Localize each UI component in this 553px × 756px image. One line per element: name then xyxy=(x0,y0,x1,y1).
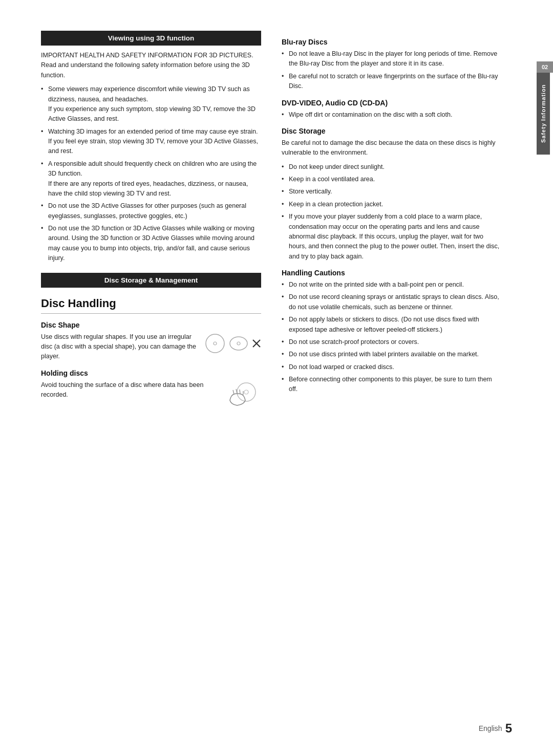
handling-cautions-bullets: Do not write on the printed side with a … xyxy=(282,280,502,395)
disc-storage-section: Disc Storage Be careful not to damage th… xyxy=(282,127,502,262)
bluray-bullets: Do not leave a Blu-ray Disc in the playe… xyxy=(282,49,502,92)
disc-handling-title: Disc Handling xyxy=(41,297,261,314)
dvd-bullet-1: Wipe off dirt or contamination on the di… xyxy=(282,110,502,120)
handling-cautions-title: Handling Cautions xyxy=(282,269,502,277)
svg-point-2 xyxy=(230,337,247,350)
hand-holding-disc-icon xyxy=(225,380,261,408)
disc-storage-bullet-3: Store vertically. xyxy=(282,187,502,197)
right-column: Blu-ray Discs Do not leave a Blu-ray Dis… xyxy=(282,31,502,408)
handling-bullet-4: Do not use scratch-proof protectors or c… xyxy=(282,337,502,347)
viewing-bullet-3: A responsible adult should frequently ch… xyxy=(41,159,261,199)
holding-discs-title: Holding discs xyxy=(41,369,261,377)
disc-shape-row: Use discs with regular shapes. If you us… xyxy=(41,332,261,362)
hand-disc-illustration xyxy=(226,381,261,407)
svg-line-10 xyxy=(240,390,240,394)
svg-point-1 xyxy=(214,342,217,345)
dvd-bullets: Wipe off dirt or contamination on the di… xyxy=(282,110,502,120)
disc-storage-bullet-5: If you move your player suddenly from a … xyxy=(282,212,502,262)
handling-bullet-2: Do not use record cleaning sprays or ant… xyxy=(282,292,502,312)
regular-disc-icon xyxy=(205,333,225,354)
disc-storage-mgmt-header: Disc Storage & Management xyxy=(41,273,261,288)
disc-storage-bullet-2: Keep in a cool ventilated area. xyxy=(282,175,502,184)
handling-bullet-7: Before connecting other components to th… xyxy=(282,375,502,395)
disc-storage-title: Disc Storage xyxy=(282,127,502,135)
disc-storage-intro: Be careful not to damage the disc becaus… xyxy=(282,138,502,158)
viewing-3d-header: Viewing using 3D function xyxy=(41,31,261,46)
holding-disc-row: Avoid touching the surface of a disc whe… xyxy=(41,380,261,408)
page-wrapper: 02 Safety Information Viewing using 3D f… xyxy=(0,0,553,756)
svg-point-0 xyxy=(206,334,224,353)
x-mark-icon xyxy=(252,339,261,348)
holding-discs-text: Avoid touching the surface of a disc whe… xyxy=(41,380,220,400)
holding-discs-section: Holding discs Avoid touching the surface… xyxy=(41,369,261,408)
page-footer: English 5 xyxy=(479,721,512,736)
viewing-bullet-1: Some viewers may experience discomfort w… xyxy=(41,84,261,124)
handling-bullet-5: Do not use discs printed with label prin… xyxy=(282,350,502,359)
viewing-intro-text: IMPORTANT HEALTH AND SAFETY INFORMATION … xyxy=(41,51,261,80)
svg-point-3 xyxy=(237,342,240,345)
viewing-3d-section: Viewing using 3D function IMPORTANT HEAL… xyxy=(41,31,261,264)
disc-shape-section: Disc Shape Use discs with regular shapes… xyxy=(41,321,261,362)
bluray-bullet-2: Be careful not to scratch or leave finge… xyxy=(282,72,502,92)
disc-storage-bullets: Do not keep under direct sunlight. Keep … xyxy=(282,162,502,262)
bluray-title: Blu-ray Discs xyxy=(282,38,502,46)
bluray-section: Blu-ray Discs Do not leave a Blu-ray Dis… xyxy=(282,38,502,92)
side-tab-container: 02 Safety Information xyxy=(537,61,553,155)
handling-bullet-3: Do not apply labels or stickers to discs… xyxy=(282,315,502,335)
viewing-bullet-5: Do not use the 3D function or 3D Active … xyxy=(41,224,261,264)
disc-storage-bullet-4: Keep in a clean protection jacket. xyxy=(282,200,502,209)
viewing-bullets-list: Some viewers may experience discomfort w… xyxy=(41,84,261,263)
handling-bullet-1: Do not write on the printed side with a … xyxy=(282,280,502,290)
footer-language: English xyxy=(479,724,502,732)
tab-safety-label: Safety Information xyxy=(537,73,550,155)
svg-line-8 xyxy=(233,390,234,394)
dvd-title: DVD-VIDEO, Audio CD (CD-DA) xyxy=(282,99,502,107)
viewing-bullet-4: Do not use the 3D Active Glasses for oth… xyxy=(41,201,261,221)
handling-bullet-6: Do not load warped or cracked discs. xyxy=(282,362,502,372)
irregular-disc-icon xyxy=(228,333,249,354)
tab-number: 02 xyxy=(537,61,553,73)
footer-page-number: 5 xyxy=(505,721,512,736)
dvd-section: DVD-VIDEO, Audio CD (CD-DA) Wipe off dir… xyxy=(282,99,502,120)
disc-storage-bullet-1: Do not keep under direct sunlight. xyxy=(282,162,502,172)
disc-shape-text: Use discs with regular shapes. If you us… xyxy=(41,332,200,362)
handling-cautions-section: Handling Cautions Do not write on the pr… xyxy=(282,269,502,395)
left-column: Viewing using 3D function IMPORTANT HEAL… xyxy=(41,31,261,408)
svg-point-7 xyxy=(244,390,248,394)
main-content: Viewing using 3D function IMPORTANT HEAL… xyxy=(0,31,553,408)
disc-icons xyxy=(205,333,261,354)
viewing-bullet-2: Watching 3D images for an extended perio… xyxy=(41,127,261,157)
bluray-bullet-1: Do not leave a Blu-ray Disc in the playe… xyxy=(282,49,502,69)
disc-shape-title: Disc Shape xyxy=(41,321,261,329)
